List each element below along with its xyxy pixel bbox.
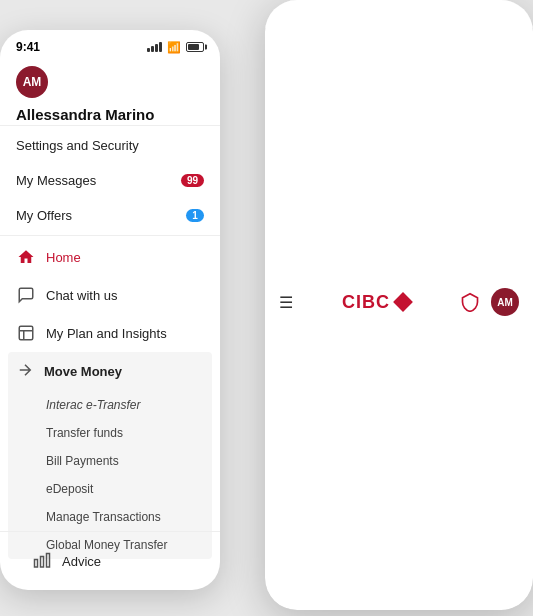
move-money-icon	[16, 361, 34, 382]
nav-plan[interactable]: My Plan and Insights	[0, 314, 220, 352]
settings-label: Settings and Security	[16, 138, 139, 153]
move-money-header[interactable]: Move Money	[8, 352, 212, 391]
right-phone: 9:41 ◯ ☰ CIBC	[265, 0, 533, 610]
nav-advice-label: Advice	[62, 554, 101, 569]
left-phone: 9:41 📶 AM Allessandra Marino Settings an…	[0, 30, 220, 590]
avatar: AM	[16, 66, 48, 98]
chat-icon	[16, 285, 36, 305]
my-offers-item[interactable]: My Offers 1	[0, 198, 220, 233]
signal-icon	[147, 42, 162, 52]
left-status-bar: 9:41 📶	[0, 30, 220, 58]
right-avatar[interactable]: AM	[491, 288, 519, 316]
top-bar-icons: AM	[459, 288, 519, 316]
nav-advice[interactable]: Advice	[16, 542, 204, 580]
left-time: 9:41	[16, 40, 40, 54]
bottom-nav-left: Advice	[0, 531, 220, 590]
advice-icon	[32, 551, 52, 571]
divider-2	[0, 235, 220, 236]
submenu-interac[interactable]: Interac e-Transfer	[8, 391, 212, 419]
wifi-icon: 📶	[167, 41, 181, 54]
nav-home-label: Home	[46, 250, 81, 265]
nav-chat[interactable]: Chat with us	[0, 276, 220, 314]
submenu-bill[interactable]: Bill Payments	[8, 447, 212, 475]
move-money-label: Move Money	[44, 364, 122, 379]
my-messages-item[interactable]: My Messages 99	[0, 163, 220, 198]
nav-home[interactable]: Home	[0, 238, 220, 276]
svg-rect-3	[47, 554, 50, 568]
home-icon	[16, 247, 36, 267]
battery-icon	[186, 42, 204, 52]
shield-icon	[459, 291, 481, 313]
submenu-edeposit[interactable]: eDeposit	[8, 475, 212, 503]
move-money-section: Move Money Interac e-Transfer Transfer f…	[8, 352, 212, 559]
svg-rect-2	[41, 557, 44, 568]
left-status-icons: 📶	[147, 41, 204, 54]
plan-icon	[16, 323, 36, 343]
submenu-transfer[interactable]: Transfer funds	[8, 419, 212, 447]
submenu-manage[interactable]: Manage Transactions	[8, 503, 212, 531]
cibc-diamond-icon	[393, 292, 413, 312]
top-bar: ☰ CIBC AM	[265, 0, 533, 610]
my-messages-label: My Messages	[16, 173, 96, 188]
nav-chat-label: Chat with us	[46, 288, 118, 303]
hamburger-icon[interactable]: ☰	[279, 293, 293, 312]
svg-rect-0	[19, 326, 33, 340]
cibc-logo: CIBC	[342, 292, 410, 313]
settings-security-item[interactable]: Settings and Security	[0, 128, 220, 163]
divider	[0, 125, 220, 126]
my-offers-label: My Offers	[16, 208, 72, 223]
svg-rect-1	[35, 560, 38, 568]
offers-badge: 1	[186, 209, 204, 222]
user-name: Allessandra Marino	[0, 106, 220, 123]
messages-badge: 99	[181, 174, 204, 187]
nav-plan-label: My Plan and Insights	[46, 326, 167, 341]
